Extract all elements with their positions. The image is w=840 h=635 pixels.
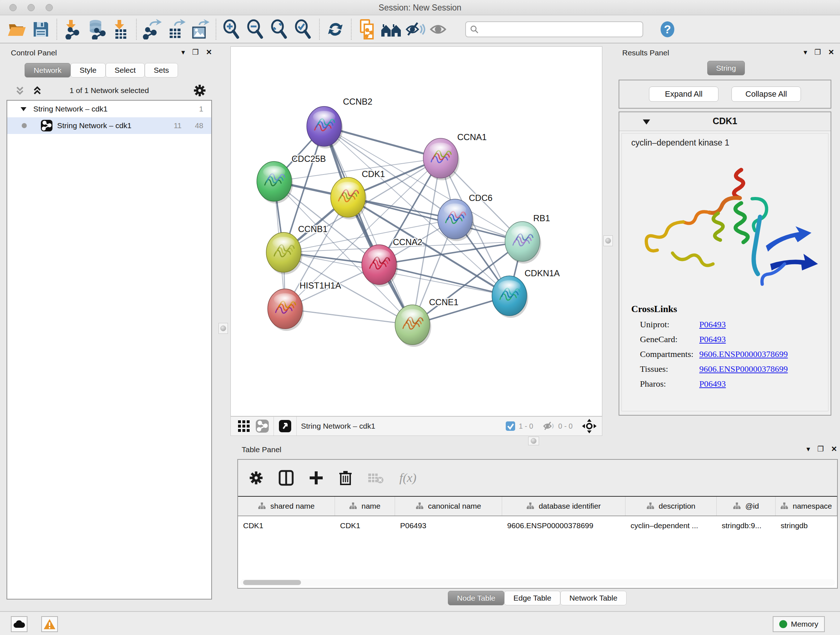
right-splitter-handle[interactable] [603,235,613,246]
tab-style[interactable]: Style [71,63,106,78]
birdseye-view-icon[interactable] [278,419,292,433]
panel-float-icon[interactable]: ❐ [817,445,824,453]
warnings-button[interactable] [41,616,58,632]
node-description: cyclin–dependent kinase 1 [622,134,828,148]
table-cell[interactable]: cyclin–dependent ... [625,516,717,535]
toolbar-separator [136,19,137,40]
table-cell[interactable]: P06493 [395,516,502,535]
save-session-button[interactable] [29,18,53,41]
node-HIST1H1A[interactable]: HIST1H1A [268,280,341,331]
export-table-button[interactable] [164,18,188,41]
add-column-icon[interactable] [309,470,324,485]
first-neighbors-button[interactable] [379,18,403,41]
crosslink-link[interactable]: 9606.ENSP00000378699 [699,349,788,359]
panel-close-icon[interactable]: ✕ [831,445,837,453]
zoom-out-button[interactable] [244,18,268,41]
node-CCNE1[interactable]: CCNE1 [395,297,458,347]
column-header-shared-name[interactable]: shared name [238,497,335,516]
tab-select[interactable]: Select [106,63,145,78]
node-CDKN1A[interactable]: CDKN1A [492,268,560,318]
delete-column-icon[interactable] [339,470,352,486]
panel-close-icon[interactable]: ✕ [206,48,212,57]
copy-network-button[interactable] [355,18,379,41]
zoom-in-button[interactable] [220,18,244,41]
export-network-button[interactable] [141,18,164,41]
tab-network[interactable]: Network [25,63,71,78]
fit-content-icon[interactable] [582,418,597,434]
options-gear-icon[interactable] [193,84,206,97]
table-cell[interactable]: CDK1 [335,516,395,535]
node-CDK1[interactable]: CDK1 [331,169,385,219]
search-box[interactable] [465,21,643,37]
column-header-name[interactable]: name [335,497,395,516]
panel-close-icon[interactable]: ✕ [828,48,834,57]
panel-menu-icon[interactable]: ▾ [804,48,807,57]
network-graph[interactable]: CCNB2CCNA1CDC25BCDK1CDC6RB1CCNB1CCNA2CDK… [231,47,602,416]
tree-expander-icon[interactable] [19,105,27,113]
help-button[interactable]: ? [655,18,679,41]
panel-float-icon[interactable]: ❐ [192,48,199,57]
left-splitter-handle[interactable] [218,323,228,334]
zoom-selected-button[interactable] [292,18,316,41]
crosslink-link[interactable]: P06493 [699,320,726,329]
hierarchy-icon [526,502,534,510]
scrollbar-thumb[interactable] [243,580,301,585]
node-CDC6[interactable]: CDC6 [438,193,493,241]
import-network-from-database-button[interactable] [85,18,109,41]
table-cell[interactable]: stringdb:9... [717,516,775,535]
tab-string[interactable]: String [707,61,745,75]
tab-network-table[interactable]: Network Table [561,591,627,605]
edge-HIST1H1A-CCNE1[interactable] [285,309,412,325]
show-all-button[interactable] [427,18,451,41]
horizontal-scrollbar[interactable] [240,579,835,586]
crosslink-link[interactable]: P06493 [699,334,726,344]
hide-selected-button[interactable] [403,18,427,41]
search-input[interactable] [479,25,631,33]
node-CDC25B[interactable]: CDC25B [257,154,326,203]
node-RB1[interactable]: RB1 [505,213,550,264]
node-entry-header[interactable]: CDK1 [619,112,831,131]
export-image-button[interactable] [188,18,212,41]
table-cell[interactable]: 9606.ENSP00000378699 [502,516,625,535]
table-cell[interactable]: CDK1 [238,516,335,535]
panel-menu-icon[interactable]: ▾ [181,48,185,57]
network-canvas[interactable]: CCNB2CCNA1CDC25BCDK1CDC6RB1CCNB1CCNA2CDK… [231,46,602,416]
import-network-button[interactable] [61,18,85,41]
import-table-button[interactable] [109,18,133,41]
network-view-icon[interactable] [256,419,269,433]
edge-CCNB2-CCNE1[interactable] [324,126,412,325]
cloud-status-button[interactable] [11,616,27,632]
tab-sets[interactable]: Sets [145,63,178,78]
delete-table-icon[interactable] [368,471,384,485]
zoom-fit-button[interactable] [268,18,292,41]
selected-checkbox-icon[interactable] [505,421,516,432]
table-cell[interactable]: stringdb [775,516,837,535]
column-header-id[interactable]: @id [717,497,775,516]
table-gear-icon[interactable] [249,470,264,485]
crosslink-link[interactable]: 9606.ENSP00000378699 [699,364,788,374]
refresh-button[interactable] [324,18,347,41]
memory-button[interactable]: Memory [773,616,825,632]
collapse-all-button[interactable]: Collapse All [731,87,801,102]
hidden-eye-icon[interactable] [542,420,555,432]
tab-edge-table[interactable]: Edge Table [504,591,561,605]
show-columns-icon[interactable] [279,470,294,486]
tab-node-table[interactable]: Node Table [448,591,504,605]
open-session-button[interactable] [5,18,29,41]
network-collection-row[interactable]: String Network – cdk1 1 [7,101,211,117]
function-builder-icon[interactable]: f(x) [399,471,416,485]
toolbar-separator [319,19,320,40]
panel-float-icon[interactable]: ❐ [814,48,821,57]
panel-menu-icon[interactable]: ▾ [806,445,810,453]
grid-view-icon[interactable] [237,420,250,432]
column-header-database-identifier[interactable]: database identifier [502,497,625,516]
crosslink-link[interactable]: P06493 [699,379,726,389]
column-header-canonical-name[interactable]: canonical name [395,497,502,516]
expand-all-button[interactable]: Expand All [649,87,718,102]
column-header-description[interactable]: description [625,497,717,516]
table-row[interactable]: CDK1CDK1P064939606.ENSP00000378699cyclin… [238,516,837,535]
column-header-namespace[interactable]: namespace [775,497,837,516]
network-row[interactable]: String Network – cdk1 11 48 [7,117,211,134]
control-panel: Control Panel ▾ ❐ ✕ NetworkStyleSelectSe… [4,46,215,600]
node-CCNA1[interactable]: CCNA1 [423,132,486,180]
